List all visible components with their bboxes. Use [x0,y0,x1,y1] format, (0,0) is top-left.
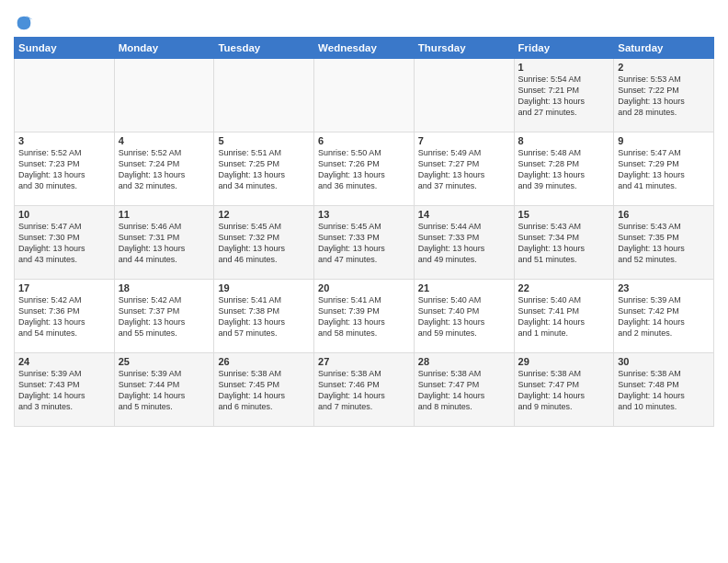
day-info: Sunrise: 5:45 AM Sunset: 7:32 PM Dayligh… [218,221,310,266]
logo-icon [14,13,34,33]
calendar-cell: 18Sunrise: 5:42 AM Sunset: 7:37 PM Dayli… [114,280,214,353]
day-info: Sunrise: 5:52 AM Sunset: 7:23 PM Dayligh… [18,147,110,192]
calendar-cell: 24Sunrise: 5:39 AM Sunset: 7:43 PM Dayli… [15,353,115,427]
page-container: SundayMondayTuesdayWednesdayThursdayFrid… [0,0,728,436]
day-info: Sunrise: 5:45 AM Sunset: 7:33 PM Dayligh… [318,221,410,266]
day-info: Sunrise: 5:43 AM Sunset: 7:34 PM Dayligh… [518,221,610,266]
day-number: 2 [618,62,710,73]
calendar-cell: 15Sunrise: 5:43 AM Sunset: 7:34 PM Dayli… [514,206,614,280]
calendar-cell: 27Sunrise: 5:38 AM Sunset: 7:46 PM Dayli… [314,353,415,427]
calendar-cell: 19Sunrise: 5:41 AM Sunset: 7:38 PM Dayli… [214,280,314,353]
day-number: 9 [618,135,710,146]
day-info: Sunrise: 5:42 AM Sunset: 7:37 PM Dayligh… [119,294,210,339]
calendar-cell: 11Sunrise: 5:46 AM Sunset: 7:31 PM Dayli… [114,206,214,280]
day-number: 28 [418,356,510,367]
day-number: 15 [518,209,610,220]
day-info: Sunrise: 5:40 AM Sunset: 7:41 PM Dayligh… [518,294,610,339]
day-number: 26 [218,356,310,367]
week-row-3: 17Sunrise: 5:42 AM Sunset: 7:36 PM Dayli… [15,280,714,353]
header-day-sunday: Sunday [15,38,115,59]
week-row-4: 24Sunrise: 5:39 AM Sunset: 7:43 PM Dayli… [15,353,714,427]
day-info: Sunrise: 5:38 AM Sunset: 7:47 PM Dayligh… [418,368,510,413]
day-info: Sunrise: 5:47 AM Sunset: 7:29 PM Dayligh… [618,147,710,192]
day-number: 5 [218,135,310,146]
calendar-cell: 22Sunrise: 5:40 AM Sunset: 7:41 PM Dayli… [514,280,614,353]
calendar-cell: 28Sunrise: 5:38 AM Sunset: 7:47 PM Dayli… [414,353,514,427]
day-number: 1 [518,62,610,73]
day-info: Sunrise: 5:39 AM Sunset: 7:43 PM Dayligh… [18,368,110,413]
day-info: Sunrise: 5:49 AM Sunset: 7:27 PM Dayligh… [418,147,510,192]
header-day-tuesday: Tuesday [214,38,314,59]
calendar-cell: 23Sunrise: 5:39 AM Sunset: 7:42 PM Dayli… [614,280,714,353]
calendar-cell: 1Sunrise: 5:54 AM Sunset: 7:21 PM Daylig… [514,59,614,132]
calendar-cell: 30Sunrise: 5:38 AM Sunset: 7:48 PM Dayli… [614,353,714,427]
calendar-cell: 6Sunrise: 5:50 AM Sunset: 7:26 PM Daylig… [314,132,415,206]
header [14,9,714,33]
header-day-thursday: Thursday [414,38,514,59]
calendar-header: SundayMondayTuesdayWednesdayThursdayFrid… [15,38,714,59]
calendar-cell: 21Sunrise: 5:40 AM Sunset: 7:40 PM Dayli… [414,280,514,353]
calendar-cell: 13Sunrise: 5:45 AM Sunset: 7:33 PM Dayli… [314,206,415,280]
calendar-cell [15,59,115,132]
calendar-cell: 10Sunrise: 5:47 AM Sunset: 7:30 PM Dayli… [15,206,115,280]
day-number: 29 [518,356,610,367]
calendar-cell: 12Sunrise: 5:45 AM Sunset: 7:32 PM Dayli… [214,206,314,280]
calendar-cell: 3Sunrise: 5:52 AM Sunset: 7:23 PM Daylig… [15,132,115,206]
day-info: Sunrise: 5:43 AM Sunset: 7:35 PM Dayligh… [618,221,710,266]
calendar-cell: 17Sunrise: 5:42 AM Sunset: 7:36 PM Dayli… [15,280,115,353]
header-day-friday: Friday [514,38,614,59]
header-row: SundayMondayTuesdayWednesdayThursdayFrid… [15,38,714,59]
calendar-cell: 8Sunrise: 5:48 AM Sunset: 7:28 PM Daylig… [514,132,614,206]
day-info: Sunrise: 5:41 AM Sunset: 7:38 PM Dayligh… [218,294,310,339]
calendar-cell: 16Sunrise: 5:43 AM Sunset: 7:35 PM Dayli… [614,206,714,280]
day-number: 8 [518,135,610,146]
day-info: Sunrise: 5:50 AM Sunset: 7:26 PM Dayligh… [318,147,410,192]
day-number: 19 [218,282,310,293]
header-day-saturday: Saturday [614,38,714,59]
day-info: Sunrise: 5:42 AM Sunset: 7:36 PM Dayligh… [18,294,110,339]
calendar-cell: 26Sunrise: 5:38 AM Sunset: 7:45 PM Dayli… [214,353,314,427]
calendar-cell: 2Sunrise: 5:53 AM Sunset: 7:22 PM Daylig… [614,59,714,132]
day-number: 6 [318,135,410,146]
day-info: Sunrise: 5:51 AM Sunset: 7:25 PM Dayligh… [218,147,310,192]
day-number: 30 [618,356,710,367]
calendar-cell [214,59,314,132]
day-number: 12 [218,209,310,220]
day-number: 23 [618,282,710,293]
day-number: 22 [518,282,610,293]
day-number: 13 [318,209,410,220]
calendar-cell: 25Sunrise: 5:39 AM Sunset: 7:44 PM Dayli… [114,353,214,427]
day-info: Sunrise: 5:41 AM Sunset: 7:39 PM Dayligh… [318,294,410,339]
day-number: 21 [418,282,510,293]
day-info: Sunrise: 5:47 AM Sunset: 7:30 PM Dayligh… [18,221,110,266]
day-info: Sunrise: 5:46 AM Sunset: 7:31 PM Dayligh… [119,221,210,266]
day-number: 18 [119,282,210,293]
day-number: 17 [18,282,110,293]
day-info: Sunrise: 5:54 AM Sunset: 7:21 PM Dayligh… [518,74,610,119]
day-number: 20 [318,282,410,293]
day-number: 16 [618,209,710,220]
day-number: 3 [18,135,110,146]
calendar-cell: 5Sunrise: 5:51 AM Sunset: 7:25 PM Daylig… [214,132,314,206]
day-info: Sunrise: 5:38 AM Sunset: 7:46 PM Dayligh… [318,368,410,413]
day-number: 7 [418,135,510,146]
day-info: Sunrise: 5:52 AM Sunset: 7:24 PM Dayligh… [119,147,210,192]
week-row-2: 10Sunrise: 5:47 AM Sunset: 7:30 PM Dayli… [15,206,714,280]
day-info: Sunrise: 5:38 AM Sunset: 7:47 PM Dayligh… [518,368,610,413]
calendar-cell [314,59,415,132]
day-number: 4 [119,135,210,146]
logo [14,13,37,33]
day-info: Sunrise: 5:38 AM Sunset: 7:45 PM Dayligh… [218,368,310,413]
header-day-wednesday: Wednesday [314,38,415,59]
calendar-cell: 7Sunrise: 5:49 AM Sunset: 7:27 PM Daylig… [414,132,514,206]
calendar-body: 1Sunrise: 5:54 AM Sunset: 7:21 PM Daylig… [15,59,714,427]
day-number: 27 [318,356,410,367]
day-info: Sunrise: 5:44 AM Sunset: 7:33 PM Dayligh… [418,221,510,266]
calendar-cell: 29Sunrise: 5:38 AM Sunset: 7:47 PM Dayli… [514,353,614,427]
day-info: Sunrise: 5:40 AM Sunset: 7:40 PM Dayligh… [418,294,510,339]
header-day-monday: Monday [114,38,214,59]
day-number: 25 [119,356,210,367]
calendar-cell: 9Sunrise: 5:47 AM Sunset: 7:29 PM Daylig… [614,132,714,206]
calendar-table: SundayMondayTuesdayWednesdayThursdayFrid… [14,37,714,427]
calendar-cell: 4Sunrise: 5:52 AM Sunset: 7:24 PM Daylig… [114,132,214,206]
